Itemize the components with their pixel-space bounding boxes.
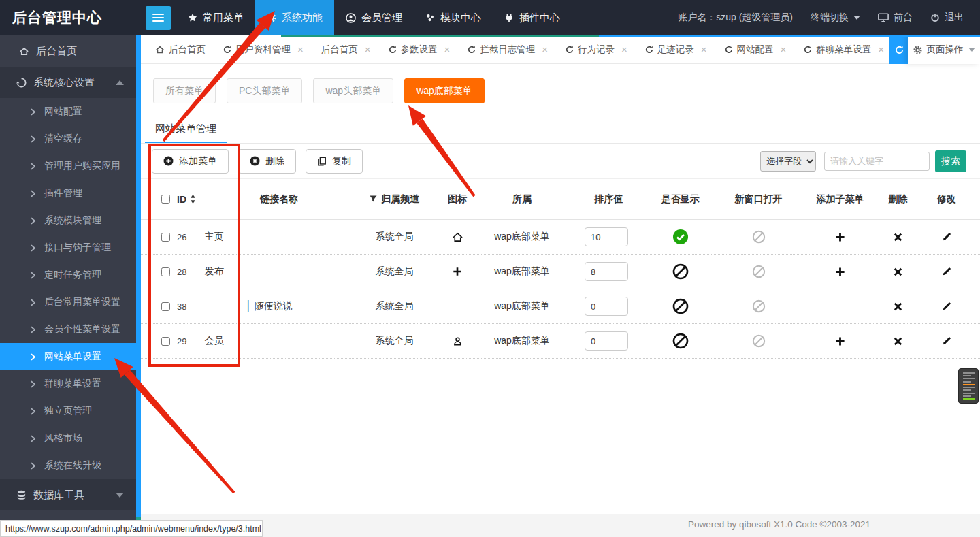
close-icon[interactable]: × [365, 44, 371, 55]
add-child-icon[interactable] [835, 267, 845, 277]
minimap-scroll-widget[interactable] [958, 368, 979, 404]
edit-pencil-icon[interactable] [942, 302, 951, 311]
visible-ban-icon[interactable] [672, 333, 689, 349]
header-id[interactable]: ID [177, 194, 186, 205]
sidebar-item-member-personal-menu[interactable]: 会员个性菜单设置 [0, 316, 136, 343]
sidebar-item-user-purchases[interactable]: 管理用户购买应用 [0, 152, 136, 180]
refresh-icon [804, 46, 812, 54]
tab-group-chat-menu-settings[interactable]: 群聊菜单设置 × [795, 35, 893, 63]
sidebar-item-admin-common-menu[interactable]: 后台常用菜单设置 [0, 289, 136, 316]
new-window-ban-icon[interactable] [752, 265, 766, 278]
front-site-link[interactable]: 前台 [878, 12, 913, 24]
tab-parameter-settings[interactable]: 参数设置 × [380, 35, 459, 63]
sidebar-item-site-menu-settings[interactable]: 网站菜单设置 [0, 343, 136, 370]
tab-site-config[interactable]: 网站配置 × [716, 35, 796, 63]
close-icon[interactable]: × [542, 44, 548, 55]
page-footer: Powered by qibosoft X1.0 Code ©2003-2021 [136, 514, 980, 537]
filter-all-menus[interactable]: 所有菜单 [153, 78, 216, 103]
copy-button[interactable]: 复制 [306, 149, 363, 174]
content-left-accent-bar [136, 35, 141, 522]
sidebar-item-system-modules[interactable]: 系统模块管理 [0, 207, 136, 234]
add-child-icon[interactable] [835, 232, 845, 242]
row-checkbox[interactable] [161, 337, 170, 346]
sidebar-item-clear-cache[interactable]: 清空缓存 [0, 125, 136, 152]
refresh-icon [223, 46, 231, 54]
topnav-system-functions[interactable]: 系统功能 [255, 0, 334, 35]
field-select[interactable]: 选择字段 [760, 151, 816, 172]
page-operations-dropdown[interactable]: 页面操作 [908, 35, 980, 64]
sidebar-item-home[interactable]: 后台首页 [0, 35, 136, 67]
sidebar-item-standalone-pages[interactable]: 独立页管理 [0, 397, 136, 425]
close-icon[interactable]: × [444, 44, 451, 55]
delete-x-icon[interactable] [894, 302, 902, 311]
sidebar-item-online-upgrade[interactable]: 系统在线升级 [0, 452, 136, 479]
add-menu-button[interactable]: 添加菜单 [152, 149, 229, 174]
filter-wap-bottom-menu[interactable]: wap底部菜单 [404, 78, 485, 103]
sidebar-section-database-tools[interactable]: 数据库工具 [0, 479, 136, 510]
add-child-icon[interactable] [835, 336, 845, 346]
filter-wap-header-menu[interactable]: wap头部菜单 [313, 78, 393, 103]
top-navbar: 后台管理中心 常用菜单 系统功能 会员管理 模块中心 插件中心 账户名：szup… [0, 0, 980, 35]
topnav-member-management[interactable]: 会员管理 [334, 0, 414, 35]
sidebar-item-plugin-management[interactable]: 插件管理 [0, 180, 136, 207]
tab-behavior-records[interactable]: 行为记录 × [557, 35, 636, 63]
sort-value-input[interactable] [585, 227, 628, 246]
new-window-ban-icon[interactable] [752, 299, 766, 313]
plug-icon [504, 13, 514, 22]
tab-user-profile-management[interactable]: 用户资料管理 × [214, 35, 312, 63]
table-row: 29 会员 系统全局 wap底部菜单 [141, 324, 980, 359]
topnav-plugin-center[interactable]: 插件中心 [493, 0, 572, 35]
sidebar-item-site-config[interactable]: 网站配置 [0, 98, 136, 125]
channel: 系统全局 [342, 335, 447, 347]
edit-pencil-icon[interactable] [942, 267, 951, 276]
logout-button[interactable]: 退出 [930, 12, 964, 24]
menu-name: 主页 [204, 231, 223, 243]
row-checkbox[interactable] [161, 233, 170, 242]
close-icon[interactable]: × [878, 44, 884, 55]
topnav-module-center[interactable]: 模块中心 [414, 0, 493, 35]
sidebar-item-group-chat-menu[interactable]: 群聊菜单设置 [0, 370, 136, 397]
select-all-checkbox[interactable] [161, 195, 170, 204]
search-button[interactable]: 搜索 [935, 150, 966, 172]
close-icon[interactable]: × [701, 44, 707, 55]
new-window-ban-icon[interactable] [752, 334, 766, 348]
edit-pencil-icon[interactable] [942, 336, 951, 346]
chevron-right-icon [31, 272, 35, 279]
edit-pencil-icon[interactable] [942, 232, 951, 242]
row-checkbox[interactable] [161, 267, 170, 276]
sidebar-toggle-button[interactable] [146, 6, 171, 30]
close-icon[interactable]: × [621, 44, 627, 55]
tab-site-menu-settings-active[interactable] [889, 35, 908, 64]
sort-value-input[interactable] [585, 297, 628, 316]
visible-check-icon[interactable] [673, 229, 688, 244]
row-checkbox[interactable] [161, 302, 170, 311]
chevron-right-icon [31, 462, 35, 470]
tab-admin-home[interactable]: 后台首页 [146, 35, 214, 63]
filter-funnel-icon[interactable] [370, 195, 377, 203]
new-window-ban-icon[interactable] [752, 230, 766, 244]
search-input[interactable] [824, 152, 930, 171]
sort-value-input[interactable] [585, 262, 628, 281]
delete-button[interactable]: 删除 [238, 149, 296, 174]
visible-ban-icon[interactable] [672, 263, 689, 280]
sidebar-section-system-core[interactable]: 系统核心设置 [0, 67, 136, 98]
sidebar-item-style-market[interactable]: 风格市场 [0, 425, 136, 452]
sidebar-item-api-hooks[interactable]: 接口与钩子管理 [0, 234, 136, 261]
filter-pc-header-menu[interactable]: PC头部菜单 [227, 78, 302, 103]
delete-x-icon[interactable] [894, 233, 902, 242]
terminal-switch[interactable]: 终端切换 [811, 12, 860, 24]
sidebar-item-scheduled-tasks[interactable]: 定时任务管理 [0, 261, 136, 289]
close-icon[interactable]: × [297, 44, 304, 55]
sort-value-input[interactable] [585, 331, 628, 351]
panel-tab-site-menu-management[interactable]: 网站菜单管理 [145, 115, 227, 143]
close-icon[interactable]: × [781, 44, 787, 55]
progress-bar-green [281, 35, 599, 37]
visible-ban-icon[interactable] [672, 298, 689, 314]
tab-footprint-records[interactable]: 足迹记录 × [636, 35, 716, 63]
tab-intercept-log[interactable]: 拦截日志管理 × [459, 35, 557, 63]
tab-admin-home-2[interactable]: 后台首页 × [312, 35, 380, 63]
delete-x-icon[interactable] [894, 267, 902, 276]
topnav-common-menu[interactable]: 常用菜单 [176, 0, 255, 35]
sort-icon[interactable] [190, 195, 196, 204]
delete-x-icon[interactable] [894, 337, 902, 346]
